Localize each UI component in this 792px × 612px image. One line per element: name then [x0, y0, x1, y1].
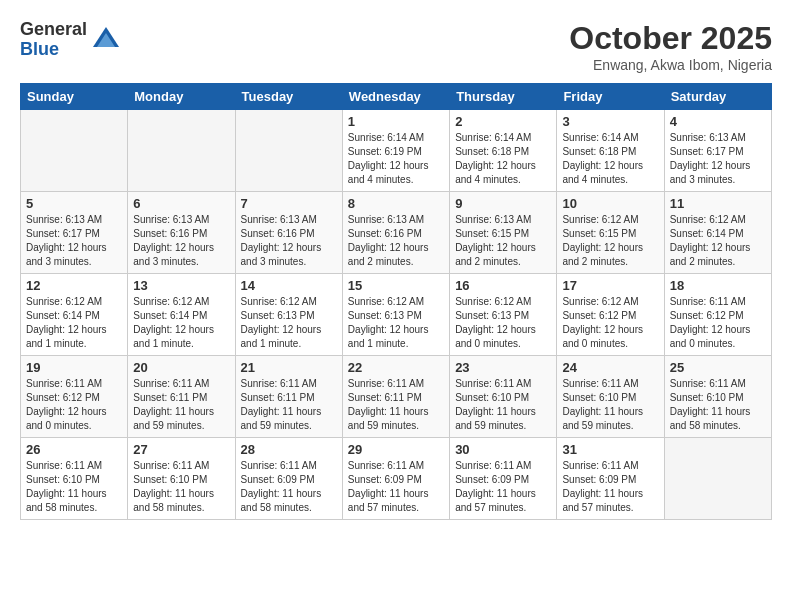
day-number: 16 [455, 278, 551, 293]
weekday-header: Sunday [21, 84, 128, 110]
month-title: October 2025 [569, 20, 772, 57]
weekday-header: Monday [128, 84, 235, 110]
day-number: 26 [26, 442, 122, 457]
day-info: Sunrise: 6:13 AM Sunset: 6:16 PM Dayligh… [133, 213, 229, 269]
day-number: 7 [241, 196, 337, 211]
weekday-header: Saturday [664, 84, 771, 110]
calendar-cell: 24Sunrise: 6:11 AM Sunset: 6:10 PM Dayli… [557, 356, 664, 438]
calendar-cell: 9Sunrise: 6:13 AM Sunset: 6:15 PM Daylig… [450, 192, 557, 274]
calendar-cell: 27Sunrise: 6:11 AM Sunset: 6:10 PM Dayli… [128, 438, 235, 520]
day-info: Sunrise: 6:11 AM Sunset: 6:12 PM Dayligh… [670, 295, 766, 351]
weekday-header-row: SundayMondayTuesdayWednesdayThursdayFrid… [21, 84, 772, 110]
calendar-cell: 30Sunrise: 6:11 AM Sunset: 6:09 PM Dayli… [450, 438, 557, 520]
calendar-cell: 10Sunrise: 6:12 AM Sunset: 6:15 PM Dayli… [557, 192, 664, 274]
day-number: 19 [26, 360, 122, 375]
day-info: Sunrise: 6:14 AM Sunset: 6:18 PM Dayligh… [562, 131, 658, 187]
calendar-cell: 5Sunrise: 6:13 AM Sunset: 6:17 PM Daylig… [21, 192, 128, 274]
calendar-cell: 17Sunrise: 6:12 AM Sunset: 6:12 PM Dayli… [557, 274, 664, 356]
calendar-cell: 8Sunrise: 6:13 AM Sunset: 6:16 PM Daylig… [342, 192, 449, 274]
calendar-cell: 12Sunrise: 6:12 AM Sunset: 6:14 PM Dayli… [21, 274, 128, 356]
calendar-cell: 19Sunrise: 6:11 AM Sunset: 6:12 PM Dayli… [21, 356, 128, 438]
day-info: Sunrise: 6:13 AM Sunset: 6:16 PM Dayligh… [241, 213, 337, 269]
day-info: Sunrise: 6:11 AM Sunset: 6:10 PM Dayligh… [26, 459, 122, 515]
day-info: Sunrise: 6:12 AM Sunset: 6:12 PM Dayligh… [562, 295, 658, 351]
day-info: Sunrise: 6:12 AM Sunset: 6:14 PM Dayligh… [670, 213, 766, 269]
day-info: Sunrise: 6:12 AM Sunset: 6:13 PM Dayligh… [348, 295, 444, 351]
calendar-cell: 14Sunrise: 6:12 AM Sunset: 6:13 PM Dayli… [235, 274, 342, 356]
day-info: Sunrise: 6:13 AM Sunset: 6:17 PM Dayligh… [670, 131, 766, 187]
calendar-week-row: 12Sunrise: 6:12 AM Sunset: 6:14 PM Dayli… [21, 274, 772, 356]
day-number: 31 [562, 442, 658, 457]
day-info: Sunrise: 6:13 AM Sunset: 6:15 PM Dayligh… [455, 213, 551, 269]
day-info: Sunrise: 6:11 AM Sunset: 6:10 PM Dayligh… [455, 377, 551, 433]
day-info: Sunrise: 6:11 AM Sunset: 6:11 PM Dayligh… [241, 377, 337, 433]
weekday-header: Friday [557, 84, 664, 110]
day-info: Sunrise: 6:12 AM Sunset: 6:13 PM Dayligh… [241, 295, 337, 351]
day-info: Sunrise: 6:12 AM Sunset: 6:13 PM Dayligh… [455, 295, 551, 351]
page-header: General Blue October 2025 Enwang, Akwa I… [20, 20, 772, 73]
location: Enwang, Akwa Ibom, Nigeria [569, 57, 772, 73]
logo-blue: Blue [20, 40, 87, 60]
day-number: 2 [455, 114, 551, 129]
day-number: 22 [348, 360, 444, 375]
weekday-header: Thursday [450, 84, 557, 110]
day-number: 30 [455, 442, 551, 457]
title-section: October 2025 Enwang, Akwa Ibom, Nigeria [569, 20, 772, 73]
day-info: Sunrise: 6:12 AM Sunset: 6:14 PM Dayligh… [133, 295, 229, 351]
day-number: 12 [26, 278, 122, 293]
day-number: 6 [133, 196, 229, 211]
calendar-cell: 23Sunrise: 6:11 AM Sunset: 6:10 PM Dayli… [450, 356, 557, 438]
calendar-cell: 11Sunrise: 6:12 AM Sunset: 6:14 PM Dayli… [664, 192, 771, 274]
day-number: 18 [670, 278, 766, 293]
day-info: Sunrise: 6:11 AM Sunset: 6:09 PM Dayligh… [455, 459, 551, 515]
day-info: Sunrise: 6:12 AM Sunset: 6:15 PM Dayligh… [562, 213, 658, 269]
day-info: Sunrise: 6:13 AM Sunset: 6:16 PM Dayligh… [348, 213, 444, 269]
calendar-cell: 25Sunrise: 6:11 AM Sunset: 6:10 PM Dayli… [664, 356, 771, 438]
day-number: 25 [670, 360, 766, 375]
calendar-cell: 7Sunrise: 6:13 AM Sunset: 6:16 PM Daylig… [235, 192, 342, 274]
calendar-cell: 2Sunrise: 6:14 AM Sunset: 6:18 PM Daylig… [450, 110, 557, 192]
day-info: Sunrise: 6:11 AM Sunset: 6:09 PM Dayligh… [562, 459, 658, 515]
calendar-cell: 28Sunrise: 6:11 AM Sunset: 6:09 PM Dayli… [235, 438, 342, 520]
calendar-cell [128, 110, 235, 192]
day-info: Sunrise: 6:11 AM Sunset: 6:10 PM Dayligh… [670, 377, 766, 433]
calendar-cell: 22Sunrise: 6:11 AM Sunset: 6:11 PM Dayli… [342, 356, 449, 438]
day-info: Sunrise: 6:11 AM Sunset: 6:09 PM Dayligh… [348, 459, 444, 515]
calendar-cell: 18Sunrise: 6:11 AM Sunset: 6:12 PM Dayli… [664, 274, 771, 356]
day-info: Sunrise: 6:14 AM Sunset: 6:18 PM Dayligh… [455, 131, 551, 187]
day-number: 23 [455, 360, 551, 375]
weekday-header: Wednesday [342, 84, 449, 110]
calendar: SundayMondayTuesdayWednesdayThursdayFrid… [20, 83, 772, 520]
day-number: 21 [241, 360, 337, 375]
day-number: 3 [562, 114, 658, 129]
day-number: 1 [348, 114, 444, 129]
logo-icon [91, 25, 121, 55]
day-number: 8 [348, 196, 444, 211]
calendar-cell: 20Sunrise: 6:11 AM Sunset: 6:11 PM Dayli… [128, 356, 235, 438]
day-info: Sunrise: 6:11 AM Sunset: 6:11 PM Dayligh… [348, 377, 444, 433]
day-number: 4 [670, 114, 766, 129]
calendar-cell: 1Sunrise: 6:14 AM Sunset: 6:19 PM Daylig… [342, 110, 449, 192]
calendar-cell: 13Sunrise: 6:12 AM Sunset: 6:14 PM Dayli… [128, 274, 235, 356]
day-number: 10 [562, 196, 658, 211]
day-number: 29 [348, 442, 444, 457]
calendar-cell: 6Sunrise: 6:13 AM Sunset: 6:16 PM Daylig… [128, 192, 235, 274]
calendar-cell [664, 438, 771, 520]
day-info: Sunrise: 6:11 AM Sunset: 6:10 PM Dayligh… [133, 459, 229, 515]
calendar-cell: 3Sunrise: 6:14 AM Sunset: 6:18 PM Daylig… [557, 110, 664, 192]
calendar-week-row: 26Sunrise: 6:11 AM Sunset: 6:10 PM Dayli… [21, 438, 772, 520]
day-number: 28 [241, 442, 337, 457]
day-number: 17 [562, 278, 658, 293]
day-number: 14 [241, 278, 337, 293]
calendar-cell: 31Sunrise: 6:11 AM Sunset: 6:09 PM Dayli… [557, 438, 664, 520]
day-info: Sunrise: 6:11 AM Sunset: 6:10 PM Dayligh… [562, 377, 658, 433]
day-number: 20 [133, 360, 229, 375]
day-number: 24 [562, 360, 658, 375]
day-info: Sunrise: 6:11 AM Sunset: 6:09 PM Dayligh… [241, 459, 337, 515]
calendar-cell: 26Sunrise: 6:11 AM Sunset: 6:10 PM Dayli… [21, 438, 128, 520]
day-info: Sunrise: 6:12 AM Sunset: 6:14 PM Dayligh… [26, 295, 122, 351]
day-info: Sunrise: 6:13 AM Sunset: 6:17 PM Dayligh… [26, 213, 122, 269]
calendar-week-row: 19Sunrise: 6:11 AM Sunset: 6:12 PM Dayli… [21, 356, 772, 438]
calendar-cell: 4Sunrise: 6:13 AM Sunset: 6:17 PM Daylig… [664, 110, 771, 192]
calendar-cell: 29Sunrise: 6:11 AM Sunset: 6:09 PM Dayli… [342, 438, 449, 520]
